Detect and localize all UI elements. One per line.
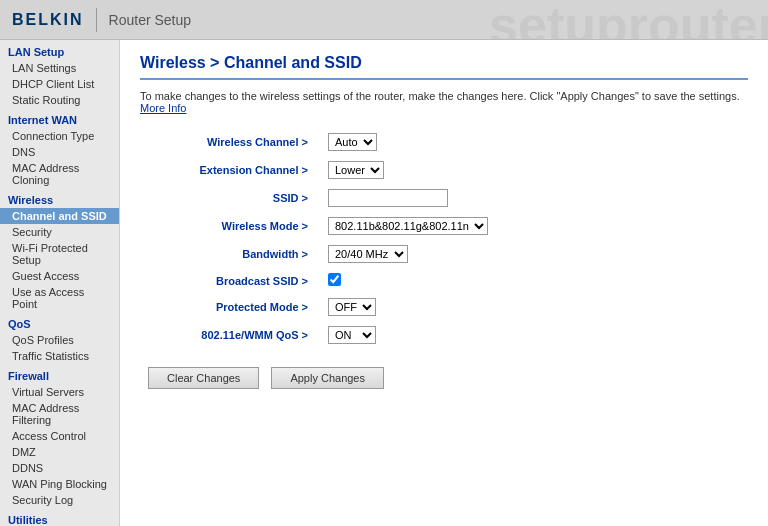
broadcast-ssid-checkbox[interactable] [328,273,341,286]
field-label-ssid: SSID > [140,184,320,212]
sidebar-item-dns[interactable]: DNS [0,144,119,160]
extension-channel-select[interactable]: LowerUpper [328,161,384,179]
wireless-channel-select[interactable]: Auto1234567891011 [328,133,377,151]
layout: LAN SetupLAN SettingsDHCP Client ListSta… [0,40,768,526]
button-row: Clear Changes Apply Changes [140,367,748,389]
field-label-broadcast-ssid: Broadcast SSID > [140,268,320,293]
settings-row-extension-channel: Extension Channel >LowerUpper [140,156,748,184]
settings-row-wmm-qos: 802.11e/WMM QoS >ONOFF [140,321,748,349]
sidebar-item-lan-settings[interactable]: LAN Settings [0,60,119,76]
wmm-qos-select[interactable]: ONOFF [328,326,376,344]
settings-row-wireless-channel: Wireless Channel >Auto1234567891011 [140,128,748,156]
bandwidth-select[interactable]: 20/40 MHz20 MHz [328,245,408,263]
wireless-mode-select[interactable]: 802.11b&802.11g&802.11n802.11b&802.11g80… [328,217,488,235]
sidebar-item-traffic-statistics[interactable]: Traffic Statistics [0,348,119,364]
sidebar-item-security-log[interactable]: Security Log [0,492,119,508]
sidebar-item-ddns[interactable]: DDNS [0,460,119,476]
sidebar-item-static-routing[interactable]: Static Routing [0,92,119,108]
logo: BELKIN [12,11,84,29]
field-label-protected-mode: Protected Mode > [140,293,320,321]
sidebar-item-use-as-access-point[interactable]: Use as Access Point [0,284,119,312]
field-value-bandwidth: 20/40 MHz20 MHz [320,240,748,268]
field-label-bandwidth: Bandwidth > [140,240,320,268]
main-content: Wireless > Channel and SSID To make chan… [120,40,768,526]
ssid-input[interactable] [328,189,448,207]
sidebar-item-dhcp-client-list[interactable]: DHCP Client List [0,76,119,92]
page-title: Wireless > Channel and SSID [140,54,748,80]
sidebar-item-dmz[interactable]: DMZ [0,444,119,460]
protected-mode-select[interactable]: OFFON [328,298,376,316]
field-label-wireless-channel: Wireless Channel > [140,128,320,156]
field-value-extension-channel: LowerUpper [320,156,748,184]
field-value-wmm-qos: ONOFF [320,321,748,349]
sidebar-item-guest-access[interactable]: Guest Access [0,268,119,284]
description: To make changes to the wireless settings… [140,90,748,114]
field-value-wireless-mode: 802.11b&802.11g&802.11n802.11b&802.11g80… [320,212,748,240]
field-label-extension-channel: Extension Channel > [140,156,320,184]
header-title: Router Setup [109,12,192,28]
sidebar-section-label: LAN Setup [0,40,119,60]
sidebar-item-access-control[interactable]: Access Control [0,428,119,444]
sidebar-item-wan-ping-blocking[interactable]: WAN Ping Blocking [0,476,119,492]
sidebar-section-label: QoS [0,312,119,332]
sidebar-item-qos-profiles[interactable]: QoS Profiles [0,332,119,348]
more-info-link[interactable]: More Info [140,102,186,114]
settings-row-bandwidth: Bandwidth >20/40 MHz20 MHz [140,240,748,268]
settings-row-broadcast-ssid: Broadcast SSID > [140,268,748,293]
field-label-wireless-mode: Wireless Mode > [140,212,320,240]
field-value-protected-mode: OFFON [320,293,748,321]
sidebar-section-label: Wireless [0,188,119,208]
field-value-wireless-channel: Auto1234567891011 [320,128,748,156]
sidebar-item-mac-address-filtering[interactable]: MAC Address Filtering [0,400,119,428]
clear-changes-button[interactable]: Clear Changes [148,367,259,389]
field-value-ssid [320,184,748,212]
settings-row-protected-mode: Protected Mode >OFFON [140,293,748,321]
field-value-broadcast-ssid [320,268,748,293]
sidebar-item-virtual-servers[interactable]: Virtual Servers [0,384,119,400]
header-divider [96,8,97,32]
settings-row-ssid: SSID > [140,184,748,212]
sidebar-section-label: Firewall [0,364,119,384]
settings-table: Wireless Channel >Auto1234567891011Exten… [140,128,748,349]
sidebar-item-mac-address-cloning[interactable]: MAC Address Cloning [0,160,119,188]
apply-changes-button[interactable]: Apply Changes [271,367,384,389]
sidebar-item-channel-and-ssid[interactable]: Channel and SSID [0,208,119,224]
sidebar-item-wifi-protected-setup[interactable]: Wi-Fi Protected Setup [0,240,119,268]
sidebar-item-security[interactable]: Security [0,224,119,240]
settings-row-wireless-mode: Wireless Mode >802.11b&802.11g&802.11n80… [140,212,748,240]
sidebar: LAN SetupLAN SettingsDHCP Client ListSta… [0,40,120,526]
header: BELKIN Router Setup setuprouter [0,0,768,40]
header-watermark: setuprouter [489,0,768,40]
sidebar-item-connection-type[interactable]: Connection Type [0,128,119,144]
sidebar-section-label: Internet WAN [0,108,119,128]
field-label-wmm-qos: 802.11e/WMM QoS > [140,321,320,349]
sidebar-section-label: Utilities [0,508,119,526]
